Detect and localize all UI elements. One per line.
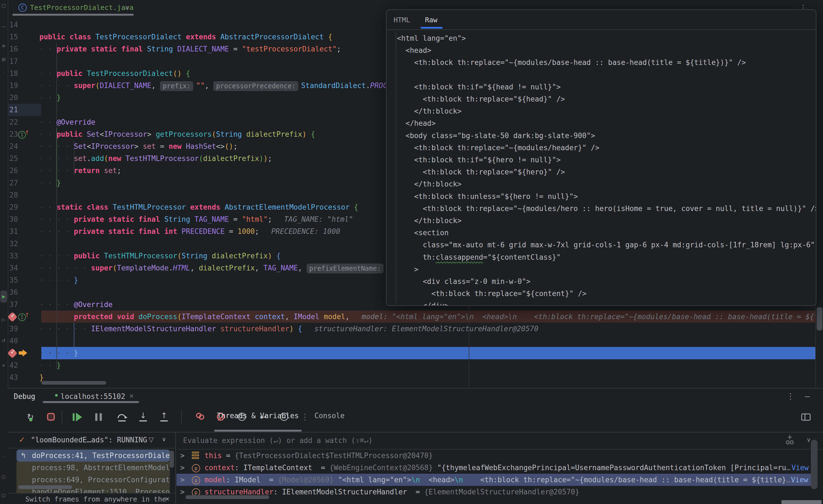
- editor-vertical-scrollbar-thumb[interactable]: [817, 307, 822, 330]
- line-number[interactable]: 17: [9, 55, 18, 67]
- debug-active-tool-icon[interactable]: ▶: [0, 290, 7, 303]
- frames-vertical-scrollbar[interactable]: [170, 451, 174, 468]
- popup-tab-html[interactable]: HTML: [393, 16, 410, 24]
- variables-vertical-scrollbar[interactable]: [811, 440, 818, 489]
- tab-testprocessordialect[interactable]: C TestProcessorDialect.java ×: [12, 0, 134, 16]
- view-breakpoints-icon[interactable]: [195, 412, 206, 423]
- stripe-tool-icon[interactable]: ↺: [1, 338, 6, 343]
- rerun-debugger-icon[interactable]: ↻: [25, 412, 36, 423]
- popup-raw-content[interactable]: <html lang="en"> <head> <th:block th:rep…: [386, 30, 816, 305]
- line-number[interactable]: 30: [9, 213, 18, 225]
- line-number[interactable]: 32: [9, 238, 18, 250]
- stripe-tool-icon[interactable]: ○: [1, 492, 6, 498]
- stripe-tool-icon[interactable]: —: [1, 24, 6, 29]
- view-link[interactable]: View: [791, 474, 808, 486]
- code-line[interactable]: · · · · @Override: [39, 298, 113, 311]
- filter-icon[interactable]: ▽: [149, 436, 154, 444]
- view-link[interactable]: View: [791, 462, 809, 474]
- code-line[interactable]: public class TestProcessorDialect extend…: [39, 31, 332, 43]
- line-number[interactable]: 23: [9, 128, 18, 140]
- line-number[interactable]: 42: [9, 359, 18, 371]
- variables-horizontal-scrollbar[interactable]: [185, 495, 269, 499]
- code-line[interactable]: · · private static final String DIALECT_…: [39, 43, 341, 55]
- code-line[interactable]: · · · · · · super(TemplateMode.HTML, dia…: [39, 262, 386, 274]
- more-icon[interactable]: ⋮: [787, 392, 794, 401]
- thread-selector[interactable]: ✓ "loomBoundedE…ads": RUNNING ▽ ∨: [8, 433, 175, 449]
- step-into-icon[interactable]: ↓: [138, 412, 149, 423]
- evaluate-expression-bar[interactable]: Evaluate expression (↵) or add a watch (…: [176, 433, 823, 450]
- editor-horizontal-scrollbar[interactable]: [41, 381, 106, 385]
- line-number[interactable]: 14: [9, 19, 18, 31]
- line-number[interactable]: 34: [9, 262, 18, 274]
- line-number[interactable]: 18: [9, 67, 18, 79]
- line-number[interactable]: 22: [9, 116, 18, 128]
- code-line[interactable]: · · · · private static final int PRECEDE…: [39, 225, 340, 237]
- code-line[interactable]: · · · · public TestHTMLProcessor(String …: [39, 250, 281, 262]
- line-number[interactable]: 31: [9, 225, 18, 237]
- code-line[interactable]: · · public Set<IProcessor> getProcessors…: [39, 128, 315, 140]
- step-out-icon[interactable]: ↑: [159, 412, 170, 423]
- minimize-icon[interactable]: —: [805, 391, 810, 401]
- editor-scrollbar-gutter[interactable]: [815, 16, 823, 388]
- code-line[interactable]: · · static class TestHTMLProcessor exten…: [39, 201, 358, 213]
- code-line[interactable]: · · @Override: [39, 116, 96, 128]
- bottom-corner-scrollbar[interactable]: [782, 500, 822, 504]
- line-number[interactable]: 26: [9, 165, 18, 177]
- variable-row[interactable]: >pstructureHandler: IElementModelStructu…: [176, 486, 811, 498]
- resume-icon[interactable]: [71, 412, 83, 423]
- line-number[interactable]: 19: [9, 79, 18, 91]
- stack-frame[interactable]: ↰doProcess:41, TestProcessorDialec: [16, 450, 170, 462]
- line-number[interactable]: 39: [9, 323, 18, 335]
- line-number[interactable]: 33: [9, 250, 18, 262]
- more-actions-icon[interactable]: ⋮: [300, 412, 311, 423]
- step-over-icon[interactable]: [117, 412, 128, 423]
- code-line[interactable]: · · }: [39, 177, 61, 189]
- stripe-tool-icon[interactable]: ◦: [1, 454, 6, 459]
- code-line[interactable]: · · · · Set<IProcessor> set = new HashSe…: [39, 140, 237, 153]
- stripe-tool-icon[interactable]: ▷: [1, 317, 6, 322]
- line-number[interactable]: 37: [9, 298, 18, 311]
- code-line[interactable]: · · · · }: [39, 347, 78, 359]
- close-icon[interactable]: ×: [129, 392, 134, 400]
- stripe-tool-icon[interactable]: ▢: [1, 3, 6, 8]
- stop-icon[interactable]: [46, 412, 57, 423]
- stack-frame[interactable]: process:649, ProcessorConfigurati: [16, 474, 170, 486]
- code-line[interactable]: · · · · super(DIALECT_NAME, prefix:"", p…: [39, 79, 387, 91]
- code-line[interactable]: · · public TestProcessorDialect() {: [39, 67, 190, 79]
- stack-frame[interactable]: process:98, AbstractElementModelF: [16, 462, 170, 474]
- variable-row[interactable]: >pmodel: IModel = {Model@20569} "<html l…: [176, 474, 811, 486]
- close-icon[interactable]: ×: [125, 3, 129, 12]
- line-number[interactable]: 43: [9, 371, 18, 384]
- tab-console[interactable]: Console: [314, 412, 345, 420]
- chevron-down-icon[interactable]: ∨: [162, 436, 166, 443]
- line-number[interactable]: 15: [9, 31, 18, 43]
- stripe-tool-icon[interactable]: +: [1, 362, 6, 368]
- code-line[interactable]: · · · · return set;: [39, 165, 121, 177]
- line-number[interactable]: 20: [9, 91, 18, 104]
- code-line[interactable]: · · · · · · IElementModelStructureHandle…: [39, 323, 538, 335]
- code-line[interactable]: · · · · private static final String TAG_…: [39, 213, 353, 225]
- stripe-tool-icon[interactable]: ○: [1, 474, 6, 479]
- code-line[interactable]: · · }: [39, 359, 61, 371]
- chevron-down-icon[interactable]: ∨: [807, 436, 811, 443]
- layout-settings-icon[interactable]: [800, 412, 811, 423]
- code-line[interactable]: · · · · set.add(new TestHTMLProcessor(di…: [39, 153, 272, 165]
- code-line[interactable]: · · · · }: [39, 274, 78, 286]
- line-number[interactable]: 36: [9, 286, 18, 298]
- stripe-tool-icon[interactable]: ⊞: [1, 57, 6, 62]
- variable-row[interactable]: >this = {TestProcessorDialect$TestHTMLPr…: [176, 450, 811, 462]
- line-number[interactable]: 24: [9, 140, 18, 153]
- line-number[interactable]: 25: [9, 153, 18, 165]
- code-line[interactable]: · · · · protected void doProcess(ITempla…: [39, 311, 815, 323]
- popup-tab-raw[interactable]: Raw: [425, 16, 437, 24]
- line-number[interactable]: 28: [9, 189, 18, 201]
- variable-row[interactable]: >pcontext: ITemplateContext = {WebEngine…: [176, 462, 811, 474]
- line-number[interactable]: 21: [9, 104, 18, 116]
- line-number[interactable]: 16: [9, 43, 18, 55]
- debug-session-tab[interactable]: localhost:55102: [60, 392, 125, 401]
- frames-horizontal-scrollbar[interactable]: [18, 485, 72, 489]
- stripe-tool-icon[interactable]: ≡: [1, 43, 6, 48]
- line-number[interactable]: 29: [9, 201, 18, 213]
- line-number[interactable]: 40: [9, 335, 18, 347]
- line-number[interactable]: 35: [9, 274, 18, 286]
